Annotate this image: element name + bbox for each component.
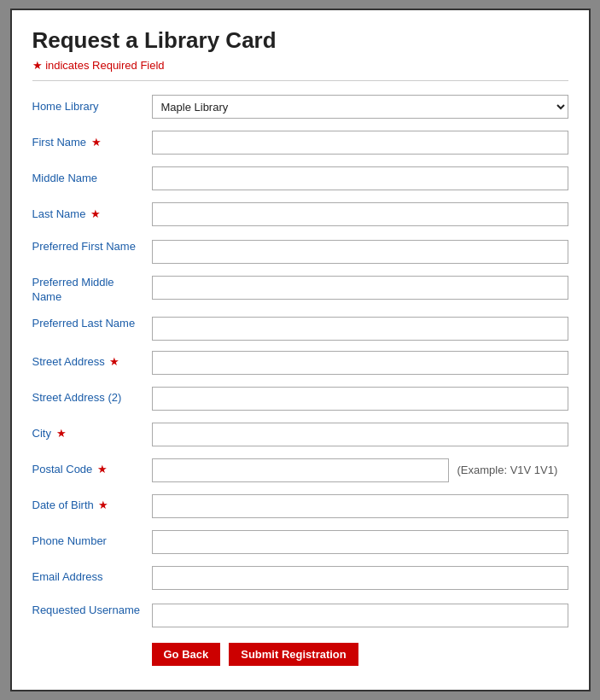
middle-name-input[interactable]	[152, 166, 568, 190]
middle-name-row: Middle Name	[32, 165, 568, 192]
preferred-last-name-field	[152, 317, 568, 341]
middle-name-field	[152, 166, 568, 190]
street-address2-row: Street Address (2)	[32, 385, 568, 412]
first-name-row: First Name ★	[32, 129, 568, 156]
buttons-row: Go Back Submit Registration	[32, 643, 568, 666]
preferred-middle-name-field	[152, 276, 568, 300]
city-label: City ★	[32, 427, 152, 441]
home-library-label: Home Library	[32, 100, 152, 114]
preferred-first-name-row: Preferred First Name	[32, 236, 568, 264]
required-note-text: indicates Required Field	[45, 59, 164, 72]
preferred-first-name-field	[152, 240, 568, 264]
page-title: Request a Library Card	[32, 27, 568, 54]
preferred-last-name-input[interactable]	[152, 317, 568, 341]
required-star: ★	[88, 136, 102, 149]
street-address2-label: Street Address (2)	[32, 391, 152, 405]
email-row: Email Address	[32, 564, 568, 592]
email-label: Email Address	[32, 570, 152, 585]
home-library-row: Home Library Maple Library	[32, 93, 568, 120]
preferred-middle-name-label: Preferred Middle Name	[32, 276, 152, 305]
first-name-field	[152, 131, 568, 155]
postal-code-input[interactable]	[152, 458, 449, 482]
required-star: ★	[32, 59, 43, 72]
dob-label: Date of Birth ★	[32, 499, 152, 513]
required-star: ★	[87, 207, 101, 220]
home-library-select[interactable]: Maple Library	[152, 95, 568, 119]
street-address-row: Street Address ★	[32, 349, 568, 376]
email-field	[152, 566, 568, 590]
main-window: Request a Library Card ★ indicates Requi…	[10, 9, 591, 691]
postal-code-field	[152, 458, 449, 482]
postal-code-row: Postal Code ★ (Example: V1V 1V1)	[32, 457, 568, 484]
preferred-middle-name-row: Preferred Middle Name	[32, 272, 568, 305]
phone-field	[152, 530, 568, 554]
preferred-last-name-row: Preferred Last Name	[32, 313, 568, 341]
submit-button[interactable]: Submit Registration	[229, 643, 358, 666]
phone-label: Phone Number	[32, 534, 152, 549]
street-address-label: Street Address ★	[32, 355, 152, 370]
required-star: ★	[96, 499, 109, 511]
phone-input[interactable]	[152, 530, 568, 554]
go-back-button[interactable]: Go Back	[152, 643, 221, 666]
required-star: ★	[53, 427, 67, 440]
required-star: ★	[107, 355, 120, 368]
last-name-row: Last Name ★	[32, 201, 568, 228]
phone-row: Phone Number	[32, 528, 568, 556]
dob-input[interactable]	[152, 494, 568, 518]
username-row: Requested Username	[32, 600, 568, 627]
city-row: City ★	[32, 421, 568, 448]
last-name-input[interactable]	[152, 202, 568, 226]
home-library-field: Maple Library	[152, 95, 568, 119]
postal-code-label: Postal Code ★	[32, 463, 152, 477]
preferred-first-name-label: Preferred First Name	[32, 240, 152, 254]
street-address2-input[interactable]	[152, 387, 568, 411]
required-note: ★ indicates Required Field	[32, 59, 568, 72]
dob-field	[152, 494, 568, 518]
middle-name-label: Middle Name	[32, 172, 152, 186]
required-star: ★	[94, 463, 108, 475]
first-name-input[interactable]	[152, 131, 568, 155]
preferred-middle-name-input[interactable]	[152, 276, 568, 300]
city-field	[152, 423, 568, 446]
username-label: Requested Username	[32, 604, 152, 618]
postal-code-hint: (Example: V1V 1V1)	[457, 464, 568, 476]
preferred-first-name-input[interactable]	[152, 240, 568, 264]
dob-row: Date of Birth ★	[32, 493, 568, 520]
username-field	[152, 604, 568, 627]
email-input[interactable]	[152, 566, 568, 590]
city-input[interactable]	[152, 423, 568, 446]
street-address2-field	[152, 387, 568, 411]
divider	[32, 80, 568, 81]
username-input[interactable]	[152, 604, 568, 627]
last-name-label: Last Name ★	[32, 207, 152, 222]
first-name-label: First Name ★	[32, 136, 152, 150]
preferred-last-name-label: Preferred Last Name	[32, 317, 152, 331]
street-address-input[interactable]	[152, 351, 568, 375]
street-address-field	[152, 351, 568, 375]
last-name-field	[152, 202, 568, 226]
